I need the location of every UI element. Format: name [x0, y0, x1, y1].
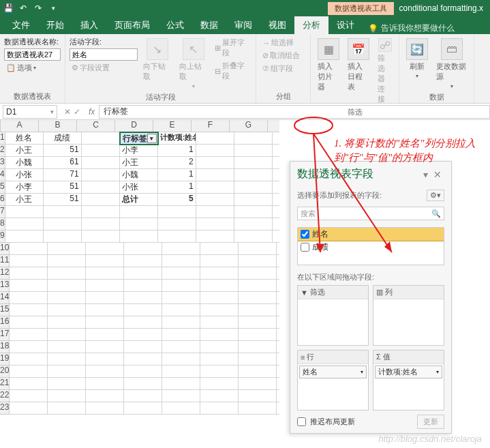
- row-header[interactable]: 10: [0, 243, 10, 255]
- row-header[interactable]: 9: [0, 230, 5, 243]
- cell[interactable]: [48, 255, 86, 267]
- cell[interactable]: [162, 243, 200, 255]
- cell[interactable]: [48, 280, 86, 292]
- cell[interactable]: [124, 378, 162, 390]
- change-source-button[interactable]: 🗃更改数据源▾: [433, 37, 470, 91]
- row-header[interactable]: 16: [0, 316, 10, 329]
- cell[interactable]: [277, 329, 279, 341]
- cell[interactable]: [239, 402, 277, 415]
- group-field-button[interactable]: ⑦组字段: [260, 63, 302, 74]
- field-checkbox[interactable]: [301, 243, 309, 252]
- cell[interactable]: [234, 181, 273, 194]
- update-button[interactable]: 更新: [417, 415, 444, 429]
- cell[interactable]: [196, 181, 234, 194]
- cell[interactable]: [86, 402, 124, 415]
- cell[interactable]: [200, 341, 239, 353]
- area-item[interactable]: 姓名▾: [299, 365, 367, 378]
- cell[interactable]: [10, 316, 48, 329]
- tab-review[interactable]: 审阅: [226, 16, 260, 34]
- cell[interactable]: 1: [158, 181, 196, 194]
- cell[interactable]: [162, 390, 200, 402]
- qat-more-icon[interactable]: ▾: [48, 3, 59, 14]
- cell[interactable]: [82, 132, 120, 145]
- row-header[interactable]: 12: [0, 267, 10, 280]
- col-header[interactable]: H: [268, 120, 279, 132]
- drill-down-button[interactable]: ↘向下钻取: [140, 37, 174, 91]
- cell[interactable]: [277, 365, 279, 378]
- tab-data[interactable]: 数据: [192, 16, 226, 34]
- cell[interactable]: [277, 341, 279, 353]
- cell[interactable]: [48, 304, 86, 316]
- active-field-input[interactable]: [70, 48, 138, 61]
- cell[interactable]: [277, 280, 279, 292]
- cell[interactable]: [86, 255, 124, 267]
- row-header[interactable]: 18: [0, 341, 10, 353]
- cell[interactable]: [200, 280, 239, 292]
- cell[interactable]: 行标签▾: [120, 132, 158, 145]
- cell[interactable]: [196, 206, 234, 218]
- col-header[interactable]: G: [230, 120, 268, 132]
- cancel-formula-icon[interactable]: ✕: [64, 107, 71, 117]
- fx-icon[interactable]: fx: [85, 107, 99, 117]
- group-selection-button[interactable]: →组选择: [260, 37, 302, 48]
- chevron-down-icon[interactable]: ▾: [420, 169, 431, 180]
- cell[interactable]: [48, 378, 86, 390]
- cell[interactable]: [10, 292, 48, 304]
- collapse-field-button[interactable]: ⊟折叠字段: [213, 60, 251, 82]
- cell[interactable]: [200, 390, 239, 402]
- tab-view[interactable]: 视图: [260, 16, 294, 34]
- cell[interactable]: [86, 329, 124, 341]
- cell[interactable]: [200, 255, 239, 267]
- cell[interactable]: [239, 378, 277, 390]
- row-header[interactable]: 7: [0, 206, 5, 218]
- cell[interactable]: [158, 206, 196, 218]
- cell[interactable]: 小王: [5, 145, 44, 157]
- row-header[interactable]: 3: [0, 157, 5, 169]
- cell[interactable]: [10, 390, 48, 402]
- cell[interactable]: [48, 316, 86, 329]
- cell[interactable]: [10, 402, 48, 415]
- cell[interactable]: 51: [44, 194, 82, 206]
- cell[interactable]: [239, 329, 277, 341]
- cell[interactable]: [277, 316, 279, 329]
- field-item[interactable]: 成绩: [298, 241, 444, 254]
- tab-design[interactable]: 设计: [328, 16, 363, 34]
- cell[interactable]: [162, 255, 200, 267]
- col-header[interactable]: E: [153, 120, 192, 132]
- cell[interactable]: [10, 329, 48, 341]
- cell[interactable]: [86, 280, 124, 292]
- cell[interactable]: [273, 206, 279, 218]
- cell[interactable]: 1: [158, 169, 196, 181]
- cell[interactable]: [239, 365, 277, 378]
- cell[interactable]: [162, 280, 200, 292]
- cell[interactable]: [273, 181, 279, 194]
- cell[interactable]: [162, 304, 200, 316]
- gear-icon[interactable]: ⚙▾: [427, 190, 444, 201]
- cell[interactable]: [196, 169, 234, 181]
- cell[interactable]: [196, 218, 234, 230]
- row-header[interactable]: 13: [0, 280, 10, 292]
- cell[interactable]: [273, 169, 279, 181]
- cell[interactable]: [200, 292, 239, 304]
- cell[interactable]: 小王: [120, 157, 158, 169]
- pivot-filter-dropdown[interactable]: ▾: [147, 134, 157, 143]
- cell[interactable]: [48, 329, 86, 341]
- cell[interactable]: [273, 157, 279, 169]
- field-checkbox[interactable]: [301, 230, 309, 239]
- tab-insert[interactable]: 插入: [72, 16, 106, 34]
- cell[interactable]: [196, 157, 234, 169]
- row-header[interactable]: 19: [0, 353, 10, 365]
- insert-slicer-button[interactable]: ▦插入切片器: [315, 37, 342, 106]
- insert-timeline-button[interactable]: 📅插入日程表: [345, 37, 372, 106]
- cell[interactable]: [10, 341, 48, 353]
- cell[interactable]: [10, 267, 48, 280]
- cell[interactable]: [200, 402, 239, 415]
- cell[interactable]: [162, 292, 200, 304]
- cell[interactable]: [48, 243, 86, 255]
- cell[interactable]: [273, 145, 279, 157]
- accept-formula-icon[interactable]: ✓: [74, 107, 80, 117]
- cell[interactable]: [48, 390, 86, 402]
- cell[interactable]: [239, 341, 277, 353]
- cell[interactable]: [82, 169, 120, 181]
- cell[interactable]: [196, 145, 234, 157]
